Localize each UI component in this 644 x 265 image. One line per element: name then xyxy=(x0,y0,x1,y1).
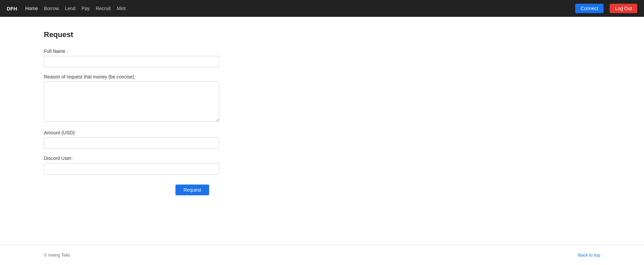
amount-input[interactable] xyxy=(44,137,219,149)
full-name-input[interactable] xyxy=(44,56,219,67)
full-name-label: Full Name : xyxy=(44,48,600,54)
nav-home[interactable]: Home xyxy=(25,6,38,11)
back-to-top-link[interactable]: Back to top xyxy=(578,253,600,258)
nav-lend[interactable]: Lend xyxy=(65,6,76,11)
amount-label: Amount (USD): xyxy=(44,130,600,135)
connect-button[interactable]: Connect xyxy=(575,4,604,13)
logout-button[interactable]: Log Out xyxy=(610,4,637,13)
reason-label: Reason of request that money (be concise… xyxy=(44,74,600,79)
nav-borrow[interactable]: Borrow xyxy=(44,6,59,11)
discord-input[interactable] xyxy=(44,163,219,174)
page-title: Request xyxy=(44,30,600,39)
nav-recruit[interactable]: Recruit xyxy=(96,6,111,11)
discord-group: Discord User: xyxy=(44,156,600,174)
navbar: DFH Home Borrow Lend Pay Recruit Mint Co… xyxy=(0,0,644,17)
reason-group: Reason of request that money (be concise… xyxy=(44,74,600,123)
main-content: Request Full Name : Reason of request th… xyxy=(0,17,644,245)
nav-brand: DFH xyxy=(7,6,17,11)
amount-group: Amount (USD): xyxy=(44,130,600,149)
footer-copyright: © Irwing Tello xyxy=(44,253,70,258)
full-name-group: Full Name : xyxy=(44,48,600,67)
discord-label: Discord User: xyxy=(44,156,600,161)
footer: © Irwing Tello Back to top xyxy=(0,245,644,265)
nav-mint[interactable]: Mint xyxy=(117,6,125,11)
nav-pay[interactable]: Pay xyxy=(82,6,90,11)
reason-textarea[interactable] xyxy=(44,81,219,122)
request-button[interactable]: Request xyxy=(175,185,209,195)
